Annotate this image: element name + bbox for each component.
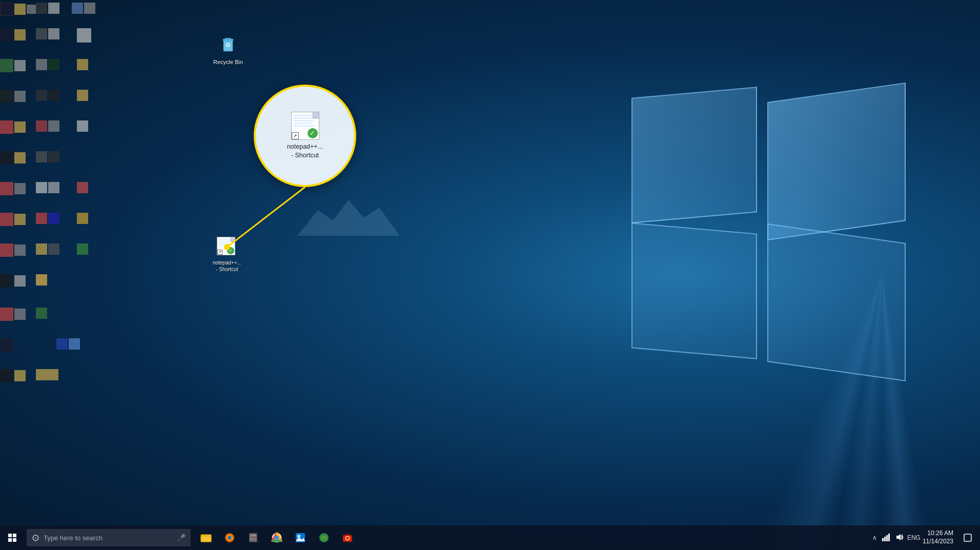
start-icon-block-tl: [8, 534, 12, 537]
recycle-bin-image: ♻: [218, 36, 238, 56]
clock-time: 10:26 AM: [927, 529, 953, 538]
terrain-silhouette: [297, 195, 400, 238]
taskbar-pinned-icons: 🌿: [195, 525, 359, 550]
svg-rect-36: [888, 534, 890, 541]
notification-center[interactable]: [959, 525, 976, 550]
svg-marker-0: [297, 200, 400, 236]
notepadpp-icon[interactable]: ✓ ↗ notepad++...- Shortcut: [207, 237, 248, 273]
svg-text:🌿: 🌿: [321, 535, 328, 541]
start-button[interactable]: [0, 525, 25, 550]
recycle-bin-label: Recycle Bin: [213, 58, 243, 66]
start-icon-block-tr: [13, 534, 16, 537]
desktop: ♻ Recycle Bin ✓ ↗ notepad++...- Shortcut: [0, 0, 980, 550]
zoom-annotation-circle: ✓ ↗ notepad++... - Shortcut: [254, 85, 356, 187]
start-icon-block-bl: [8, 538, 12, 542]
svg-rect-14: [250, 534, 256, 537]
notepadpp-label: notepad++...- Shortcut: [213, 259, 241, 273]
taskbar-camera[interactable]: [336, 525, 359, 550]
taskbar-file-explorer[interactable]: [195, 525, 217, 550]
svg-rect-18: [250, 540, 252, 541]
cortana-icon: ⊙: [32, 532, 39, 543]
svg-marker-37: [896, 534, 901, 540]
svg-rect-16: [253, 538, 254, 539]
zoom-icon-large: ✓ ↗: [291, 112, 319, 140]
left-panel-icons: [0, 0, 118, 420]
svg-point-32: [346, 537, 349, 539]
tray-volume[interactable]: [894, 533, 905, 543]
windows-logo: [631, 92, 939, 400]
svg-rect-33: [882, 538, 884, 541]
svg-rect-20: [255, 540, 256, 541]
microphone-icon: 🎤: [177, 534, 186, 542]
svg-rect-17: [255, 538, 256, 539]
taskbar-photos[interactable]: [289, 525, 312, 550]
clock-date: 11/14/2023: [923, 538, 953, 546]
svg-rect-35: [886, 535, 888, 541]
svg-rect-15: [250, 538, 252, 539]
notepadpp-image: ✓ ↗: [217, 237, 237, 257]
win-pane-bl: [631, 222, 757, 359]
system-tray: ∧ ENG 10:26 AM 11/14/2023: [871, 525, 980, 550]
zoom-label: notepad++... - Shortcut: [287, 142, 323, 160]
search-bar[interactable]: ⊙ Type here to search 🎤: [27, 529, 191, 546]
svg-rect-19: [253, 540, 254, 541]
taskbar-calculator[interactable]: [242, 525, 264, 550]
taskbar-chrome[interactable]: [266, 525, 288, 550]
win-pane-tl: [631, 87, 757, 223]
win-pane-br: [767, 223, 906, 381]
svg-rect-31: [345, 534, 350, 536]
tray-language[interactable]: ENG: [907, 534, 921, 541]
tray-chevron[interactable]: ∧: [871, 534, 879, 541]
win-pane-tr: [767, 83, 906, 240]
svg-rect-34: [884, 537, 886, 541]
svg-rect-38: [964, 534, 971, 541]
taskbar-firefox[interactable]: [218, 525, 241, 550]
recycle-bin-icon[interactable]: ♻ Recycle Bin: [208, 36, 249, 66]
svg-point-12: [228, 536, 232, 540]
taskbar-greenapp[interactable]: 🌿: [313, 525, 335, 550]
tray-network[interactable]: [881, 533, 892, 543]
start-icon: [8, 534, 16, 542]
clock[interactable]: 10:26 AM 11/14/2023: [923, 529, 953, 545]
svg-point-23: [275, 536, 279, 540]
svg-rect-2: [225, 38, 231, 39]
svg-text:♻: ♻: [226, 42, 231, 48]
start-icon-block-br: [13, 538, 16, 542]
svg-rect-9: [201, 536, 211, 542]
search-placeholder: Type here to search: [44, 534, 103, 542]
taskbar: ⊙ Type here to search 🎤: [0, 525, 980, 550]
